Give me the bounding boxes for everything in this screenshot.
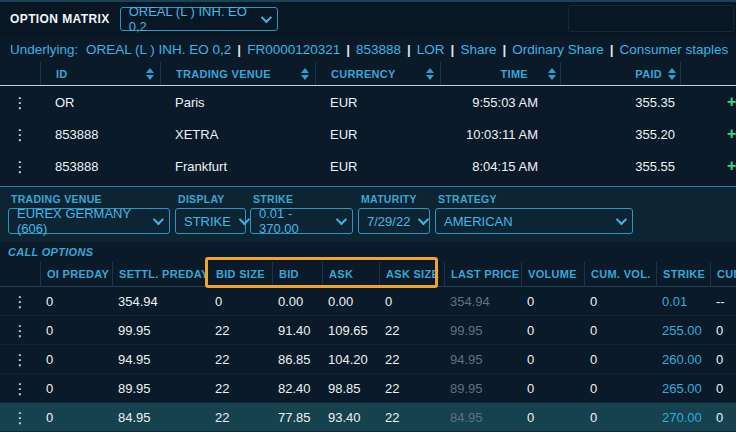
cell-last-price: 99.95 [444,323,521,338]
row-menu-button[interactable]: ⋮ [0,95,40,110]
underlying-info: Underlying: OREAL (L ) INH. EO 0,2|FR000… [10,42,736,57]
filter-bar: TRADING VENUE EUREX GERMANY (606) DISPLA… [0,186,736,242]
cell-bid: 77.85 [272,410,322,425]
maturity-select[interactable]: 7/29/22 [358,208,430,234]
sort-icon[interactable] [301,68,309,80]
table-row[interactable]: ⋮ 853888 Frankfurt EUR 8:04:15 AM 355.55… [0,150,736,182]
column-header-currency[interactable]: CURRENCY [315,62,440,85]
cell-currency: EUR [315,127,440,142]
cell-ask: 109.65 [322,323,379,338]
column-header-id[interactable]: ID [40,62,160,85]
menu-column-header [0,262,40,286]
column-header-ask[interactable]: ASK [322,262,379,286]
filter-label: STRIKE [253,193,293,205]
chevron-down-icon [336,214,347,225]
row-menu-button[interactable]: ⋮ [0,381,40,396]
cell-bid-size: 22 [207,381,272,396]
sort-icon[interactable] [548,68,556,80]
display-value: STRIKE [184,214,231,229]
cell-time: 10:03:11 AM [440,127,560,142]
sort-icon[interactable] [426,68,434,80]
filter-label: STRATEGY [438,193,497,205]
column-label: CURRENCY [331,68,396,80]
strike-range-select[interactable]: 0.01 - 370.00 [250,208,353,234]
table-row[interactable]: ⋮ 0 354.94 0 0.00 0.00 0 354.94 0 0 0.01… [0,287,736,316]
cell-cum-vol: 0 [584,410,656,425]
cell-time: 8:04:15 AM [440,159,560,174]
separator: | [407,42,411,57]
cell-venue: Paris [160,95,315,110]
underlying-wkn: 853888 [356,42,401,57]
underlying-share-class: Ordinary Share [512,42,604,57]
trading-venue-select[interactable]: EUREX GERMANY (606) [8,208,170,234]
table-row[interactable]: ⋮ OR Paris EUR 9:55:03 AM 355.35 + [0,86,736,118]
column-header-paid[interactable]: PAID [560,62,680,85]
section-title: CALL OPTIONS [8,246,93,258]
display-select[interactable]: STRIKE [175,208,246,234]
cell-cum-vol: 0 [584,323,656,338]
cell-strike[interactable]: 270.00 [656,410,710,425]
cell-ask-size: 22 [379,323,444,338]
cell-strike[interactable]: 0.01 [656,294,710,309]
column-header-put-cum-vol[interactable]: CUM. VOL. [710,262,736,286]
table-row[interactable]: ⋮ 0 89.95 22 82.40 98.85 22 89.95 0 0 26… [0,374,736,403]
cell-venue: Frankfurt [160,159,315,174]
row-menu-button[interactable]: ⋮ [0,294,40,309]
add-icon[interactable]: + [727,125,736,143]
separator: | [346,42,350,57]
column-header-oi-preday[interactable]: OI PREDAY [40,262,112,286]
filter-label: TRADING VENUE [11,193,102,205]
column-header-last-price[interactable]: LAST PRICE [444,262,521,286]
cell-bid: 86.85 [272,352,322,367]
cell-oi-preday: 0 [40,381,112,396]
row-menu-button[interactable]: ⋮ [0,323,40,338]
cell-oi-preday: 0 [40,352,112,367]
column-label: TIME [501,68,528,80]
column-header-trading-venue[interactable]: TRADING VENUE [160,62,315,85]
separator: | [502,42,506,57]
cell-strike[interactable]: 260.00 [656,352,710,367]
row-menu-button[interactable]: ⋮ [0,410,40,425]
underlying-type: Share [460,42,496,57]
cell-venue: XETRA [160,127,315,142]
chevron-down-icon [153,214,164,225]
table-row[interactable]: ⋮ 0 94.95 22 86.85 104.20 22 94.95 0 0 2… [0,345,736,374]
row-menu-button[interactable]: ⋮ [0,159,40,174]
column-header-cum-vol[interactable]: CUM. VOL. [584,262,656,286]
cell-currency: EUR [315,95,440,110]
topbar-secondary-panel [568,5,734,32]
add-icon[interactable]: + [727,93,736,111]
cell-volume: 0 [521,323,584,338]
column-header-time[interactable]: TIME [440,62,560,85]
column-header-bid-size[interactable]: BID SIZE [207,262,272,286]
row-menu-button[interactable]: ⋮ [0,352,40,367]
underlying-name: OREAL (L ) INH. EO 0,2 [86,42,231,57]
cell-strike[interactable]: 255.00 [656,323,710,338]
table-row-selected[interactable]: ⋮ 0 84.95 22 77.85 93.40 22 84.95 0 0 27… [0,403,736,432]
strategy-select[interactable]: AMERICAN [435,208,633,234]
sort-icon[interactable] [668,68,676,80]
column-header-volume[interactable]: VOLUME [521,262,584,286]
column-header-strike[interactable]: STRIKE [656,262,710,286]
table-row[interactable]: ⋮ 0 99.95 22 91.40 109.65 22 99.95 0 0 2… [0,316,736,345]
add-icon[interactable]: + [727,157,736,175]
cell-last-price: 94.95 [444,352,521,367]
cell-cum-vol: 0 [584,381,656,396]
table-row[interactable]: ⋮ 853888 XETRA EUR 10:03:11 AM 355.20 + [0,118,736,150]
cell-settl-preday: 354.94 [112,294,207,309]
row-menu-button[interactable]: ⋮ [0,127,40,142]
cell-ask: 93.40 [322,410,379,425]
chevron-down-icon [260,12,271,23]
instrument-selector[interactable]: OREAL (L ) INH. EO 0,2 [120,7,278,31]
cell-strike[interactable]: 265.00 [656,381,710,396]
cell-ask-size: 22 [379,410,444,425]
sort-icon[interactable] [146,68,154,80]
cell-ask: 98.85 [322,381,379,396]
column-header-bid[interactable]: BID [272,262,322,286]
cell-paid: 355.20 [560,127,736,142]
underlying-label: Underlying: [10,42,78,57]
column-header-ask-size[interactable]: ASK SIZE [379,262,444,286]
cell-paid: 355.55 [560,159,736,174]
cell-settl-preday: 84.95 [112,410,207,425]
column-header-settl-preday[interactable]: SETTL. PREDAY [112,262,207,286]
